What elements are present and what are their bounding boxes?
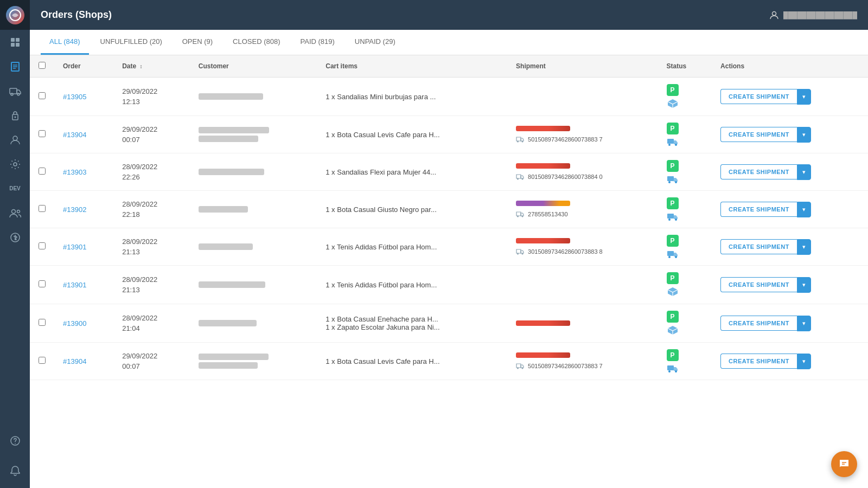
col-shipment: Shipment bbox=[507, 55, 658, 78]
col-date[interactable]: Date ↕ bbox=[113, 55, 190, 78]
chat-button[interactable] bbox=[831, 451, 857, 477]
main-area: Orders (Shops) ████████████████ ALL (848… bbox=[30, 0, 868, 488]
create-shipment-button[interactable]: CREATE SHIPMENT bbox=[720, 164, 797, 179]
create-shipment-dropdown[interactable]: ▾ bbox=[797, 202, 811, 217]
order-link-1[interactable]: #13904 bbox=[63, 131, 86, 139]
sidebar-item-notification[interactable] bbox=[0, 458, 30, 483]
order-link-4[interactable]: #13901 bbox=[63, 243, 86, 251]
logo[interactable] bbox=[0, 0, 30, 30]
status-cell: P bbox=[658, 191, 712, 228]
status-badge-p: P bbox=[667, 160, 679, 172]
logo-circle bbox=[6, 6, 24, 24]
status-badge-p: P bbox=[667, 311, 679, 323]
status-badge-p: P bbox=[667, 84, 679, 96]
row-checkbox-1[interactable] bbox=[39, 130, 46, 137]
order-link-6[interactable]: #13900 bbox=[63, 319, 86, 328]
svg-point-14 bbox=[13, 136, 17, 140]
actions-cell: CREATE SHIPMENT ▾ bbox=[712, 153, 868, 191]
order-link-0[interactable]: #13905 bbox=[63, 93, 86, 101]
tracking-number: 278558513430 bbox=[528, 211, 567, 217]
tracking-number: 301508973462860073883 8 bbox=[528, 248, 603, 255]
tab-all[interactable]: ALL (848) bbox=[41, 30, 89, 55]
svg-point-17 bbox=[17, 210, 20, 213]
svg-rect-24 bbox=[667, 139, 674, 144]
table-row: #1390429/09/202200:07 1 x Bota Casual Le… bbox=[30, 116, 868, 153]
create-shipment-button[interactable]: CREATE SHIPMENT bbox=[720, 239, 797, 254]
create-shipment-wrapper: CREATE SHIPMENT ▾ bbox=[720, 239, 859, 255]
row-checkbox-4[interactable] bbox=[39, 242, 46, 249]
shipment-bar bbox=[516, 238, 570, 243]
sidebar-item-settings[interactable] bbox=[0, 152, 30, 176]
sidebar-item-security[interactable] bbox=[0, 103, 30, 127]
create-shipment-button[interactable]: CREATE SHIPMENT bbox=[720, 316, 797, 331]
svg-point-22 bbox=[517, 141, 519, 143]
order-link-5[interactable]: #13901 bbox=[63, 281, 86, 289]
order-link-3[interactable]: #13902 bbox=[63, 206, 86, 214]
create-shipment-dropdown[interactable]: ▾ bbox=[797, 277, 811, 293]
sidebar-item-admin[interactable] bbox=[0, 127, 30, 152]
table-header-row: Order Date ↕ Customer Cart items Shipmen… bbox=[30, 55, 868, 78]
tab-paid[interactable]: PAID (819) bbox=[292, 30, 343, 55]
create-shipment-dropdown[interactable]: ▾ bbox=[797, 89, 811, 105]
svg-point-42 bbox=[517, 368, 519, 369]
row-checkbox-2[interactable] bbox=[39, 168, 46, 175]
cart-items-cell: 1 x Bota Casual Enehache para H...1 x Za… bbox=[317, 304, 507, 343]
order-link-2[interactable]: #13903 bbox=[63, 168, 86, 176]
row-checkbox-5[interactable] bbox=[39, 280, 46, 287]
table-row: #1390128/09/202221:13 1 x Tenis Adidas F… bbox=[30, 266, 868, 304]
create-shipment-button[interactable]: CREATE SHIPMENT bbox=[720, 202, 797, 217]
sidebar-item-orders[interactable] bbox=[0, 54, 30, 79]
sidebar-item-finance[interactable] bbox=[0, 225, 30, 249]
create-shipment-dropdown[interactable]: ▾ bbox=[797, 164, 811, 180]
content: ALL (848) UNFULFILLED (20) OPEN (9) CLOS… bbox=[30, 30, 868, 488]
tab-unfulfilled[interactable]: UNFULFILLED (20) bbox=[92, 30, 171, 55]
shipment-bar bbox=[516, 320, 570, 326]
tab-unpaid[interactable]: UNPAID (29) bbox=[346, 30, 404, 55]
date-cell: 28/09/202221:04 bbox=[113, 304, 190, 343]
tab-open[interactable]: OPEN (9) bbox=[174, 30, 221, 55]
customer-cell bbox=[190, 116, 317, 153]
tabs-bar: ALL (848) UNFULFILLED (20) OPEN (9) CLOS… bbox=[30, 30, 868, 55]
cart-item: 1 x Bota Casual Giusto Negro par... bbox=[326, 206, 437, 214]
status-cell: P bbox=[658, 266, 712, 304]
user-email: ████████████████ bbox=[783, 11, 857, 19]
row-checkbox-7[interactable] bbox=[39, 357, 46, 364]
sidebar-item-dashboard[interactable] bbox=[0, 30, 30, 54]
sidebar-item-team[interactable] bbox=[0, 201, 30, 225]
status-cell: P bbox=[658, 78, 712, 116]
tracking-row: 278558513430 bbox=[516, 210, 649, 218]
create-shipment-button[interactable]: CREATE SHIPMENT bbox=[720, 354, 797, 369]
create-shipment-dropdown[interactable]: ▾ bbox=[797, 316, 811, 331]
actions-cell: CREATE SHIPMENT ▾ bbox=[712, 304, 868, 343]
cart-items-cell: 1 x Bota Casual Levis Cafe para H... bbox=[317, 116, 507, 153]
svg-point-37 bbox=[517, 253, 519, 255]
status-badge-p: P bbox=[667, 197, 679, 209]
table-row: #1390529/09/202212:13 1 x Sandalias Mini… bbox=[30, 78, 868, 116]
cart-item: 1 x Zapato Escolar Jakuna para Ni... bbox=[326, 323, 499, 331]
status-badge-p: P bbox=[667, 235, 679, 247]
create-shipment-dropdown[interactable]: ▾ bbox=[797, 127, 811, 143]
tab-closed[interactable]: CLOSED (808) bbox=[224, 30, 289, 55]
sidebar-item-dev[interactable]: DEV bbox=[0, 176, 30, 201]
svg-rect-39 bbox=[667, 251, 674, 256]
cart-items-cell: 1 x Sandalias Mini burbujas para ... bbox=[317, 78, 507, 116]
create-shipment-dropdown[interactable]: ▾ bbox=[797, 354, 811, 369]
row-checkbox-0[interactable] bbox=[39, 92, 46, 99]
status-truck-icon bbox=[667, 137, 679, 146]
row-checkbox-6[interactable] bbox=[39, 319, 46, 326]
create-shipment-wrapper: CREATE SHIPMENT ▾ bbox=[720, 202, 859, 217]
svg-point-32 bbox=[517, 216, 519, 217]
create-shipment-button[interactable]: CREATE SHIPMENT bbox=[720, 89, 797, 104]
select-all-checkbox[interactable] bbox=[39, 62, 46, 69]
topbar-user[interactable]: ████████████████ bbox=[769, 10, 857, 20]
table-row: #1390128/09/202221:13 1 x Tenis Adidas F… bbox=[30, 228, 868, 266]
sidebar-item-shipping[interactable] bbox=[0, 79, 30, 103]
create-shipment-button[interactable]: CREATE SHIPMENT bbox=[720, 127, 797, 142]
sidebar-item-help[interactable] bbox=[0, 428, 30, 453]
row-checkbox-3[interactable] bbox=[39, 205, 46, 212]
order-link-7[interactable]: #13904 bbox=[63, 357, 86, 365]
create-shipment-dropdown[interactable]: ▾ bbox=[797, 239, 811, 255]
sidebar: DEV bbox=[0, 0, 30, 488]
create-shipment-button[interactable]: CREATE SHIPMENT bbox=[720, 277, 797, 292]
shipment-cell: 301508973462860073883 8 bbox=[507, 228, 658, 266]
